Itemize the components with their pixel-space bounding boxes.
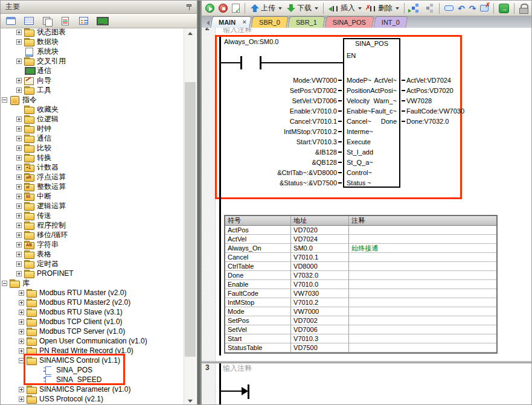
symbol-table-icon[interactable] [22,15,36,27]
tree-item[interactable]: ±I 整数运算 [16,182,183,191]
tree-item-label[interactable]: 计数器 [37,162,59,173]
expander-icon[interactable] [16,165,22,170]
scroll-up-button[interactable] [184,28,196,38]
tree-item-label[interactable]: Modbus RTU Master (v2.0) [39,289,127,297]
edit-cursor-bar[interactable] [248,384,249,399]
input-operand[interactable]: &QB128 [312,159,337,166]
address-cell[interactable]: SM0.0 [291,244,349,253]
delete-button[interactable]: 删除 [365,2,400,15]
pou-tab[interactable]: SBR_0 × [252,16,287,28]
expander-icon[interactable] [2,97,7,103]
tree-item-label[interactable]: 转换 [37,153,51,163]
tree-item[interactable]: 传送 [16,211,183,220]
tree-item[interactable]: 工具 [16,85,183,95]
tree-item[interactable]: 时钟 [16,124,183,133]
run-button[interactable] [204,2,216,15]
address-cell[interactable]: VW7000 [291,307,349,316]
tree-item-label[interactable]: 表格 [37,249,51,260]
tree-item-label[interactable]: 向导 [37,75,51,86]
tree-item-label[interactable]: PROFINET [37,269,74,278]
upload-caret-icon[interactable] [278,7,282,10]
tree-item-label[interactable]: 移位/循环 [37,230,68,240]
pou-tab[interactable]: MAIN × [211,16,251,28]
tree-item-label[interactable]: 状态图表 [37,27,66,37]
clear-button[interactable] [479,2,490,15]
expander-icon[interactable] [16,39,22,45]
contact-bar-left[interactable] [240,56,242,69]
symbol-cell[interactable]: IntMStop [225,298,291,307]
comment-cell[interactable] [349,289,496,298]
tree-scrollbar[interactable] [184,28,196,405]
expander-icon[interactable] [16,223,22,228]
tree-item[interactable]: Modbus RTU Master2 (v2.0) [19,298,183,307]
symbol-cell[interactable]: Enable [225,280,291,289]
expander-icon[interactable] [16,30,22,35]
tree-item[interactable]: 通信 [16,66,183,75]
tree-item[interactable]: 比较 [16,143,183,153]
expander-icon[interactable] [16,184,22,190]
symbol-cell[interactable]: Always_On [225,244,291,253]
comment-cell[interactable] [349,325,496,334]
lock-button[interactable] [518,2,529,15]
output-operand[interactable]: Done:V7032.0 [406,118,449,125]
comment-cell[interactable] [349,280,496,289]
tab-label[interactable]: SBR_1 [296,19,317,26]
tree-item-label[interactable]: Open User Communication (v1.0) [39,337,147,345]
expander-icon[interactable] [19,290,24,296]
tree-item[interactable]: 状态图表 [16,27,183,37]
tree-item-label[interactable]: 字符串 [37,240,59,250]
output-operand[interactable]: ActVel:VD7024 [406,77,451,84]
comment-cell[interactable] [349,253,496,262]
tree-item[interactable]: 收藏夹 [16,104,183,114]
tree-item-label[interactable]: 工具 [37,85,51,95]
tree-item[interactable]: 定时器 [16,259,183,269]
tree-item-label[interactable]: SINAMICS Control (v1.1) [39,356,120,365]
tree-item[interactable]: Modbus RTU Slave (v3.1) [19,307,183,317]
expander-icon[interactable] [16,174,22,180]
address-cell[interactable]: VD7002 [291,316,349,325]
tree-item-label[interactable]: 时钟 [37,124,51,134]
expander-icon[interactable] [16,126,22,132]
tree-item[interactable]: 交叉引用 [16,56,183,66]
previous-network-button[interactable] [423,2,435,15]
pou-tab[interactable]: INT_0 × [374,16,407,28]
tree-item-label[interactable]: 指令 [22,95,37,105]
tree-item[interactable]: PROFINET [16,269,183,278]
tree-item-label[interactable]: 通信 [37,66,51,76]
symbol-cell[interactable]: Cancel [225,253,291,262]
address-cell[interactable]: VW7030 [291,289,349,298]
expander-icon[interactable] [19,300,24,305]
tree-item[interactable]: 移位/循环 [16,230,183,240]
symbol-cell[interactable]: SetPos [225,316,291,325]
tree-item[interactable]: ttt 中断 [16,191,183,201]
tree-item-label[interactable]: 逻辑运算 [37,201,66,211]
upload-button[interactable]: 上传 [249,2,283,15]
go-button[interactable]: → [498,2,510,15]
address-cell[interactable]: VD7020 [291,226,349,235]
input-operand[interactable]: SetPos:VD7002 [290,87,337,94]
expander-icon[interactable] [16,213,22,218]
input-operand[interactable]: Mode:VW7000 [293,77,337,84]
comment-cell[interactable] [349,307,496,316]
expander-icon[interactable] [19,329,24,334]
input-operand[interactable]: Cancel:V7010.1 [290,118,337,125]
compile-button[interactable] [231,2,241,15]
undo-button[interactable]: ↶ [457,2,466,15]
expander-icon[interactable] [19,397,24,402]
tree-item-label[interactable]: 交叉引用 [37,56,66,66]
expander-icon[interactable] [16,116,22,122]
tree-item[interactable]: 程序控制 [16,220,183,230]
comment-cell[interactable] [349,343,496,352]
symbol-cell[interactable]: Start [225,334,291,343]
tree-item-label[interactable]: 传送 [37,211,51,221]
cross-reference-icon[interactable] [77,15,90,27]
pin-icon[interactable] [186,4,192,11]
address-cell[interactable]: V7010.2 [291,298,349,307]
input-operand[interactable]: Enable:V7010.0 [290,107,337,115]
tab-label[interactable]: SBR_0 [259,19,280,26]
comment-cell[interactable] [349,298,496,307]
expander-icon[interactable] [19,319,24,325]
symbol-cell[interactable]: Mode [225,307,291,316]
tree-item[interactable]: Modbus RTU Master (v2.0) [19,288,183,298]
expander-icon[interactable] [16,203,22,209]
